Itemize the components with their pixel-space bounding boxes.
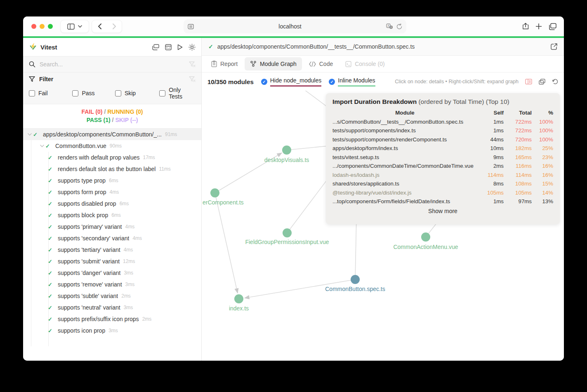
filter-option-skip[interactable]: Skip xyxy=(115,87,159,100)
test-case-row[interactable]: ✓renders with default prop values17ms xyxy=(23,152,201,163)
filter-option-pass[interactable]: Pass xyxy=(72,87,115,100)
test-case-row[interactable]: ✓supports 'primary' variant4ms xyxy=(23,221,201,232)
address-bar[interactable]: localhost Ax xyxy=(184,19,406,33)
test-duration: 3ms xyxy=(124,270,133,276)
graph-node[interactable] xyxy=(282,146,291,155)
browser-window: localhost Ax xyxy=(23,16,564,361)
test-case-row[interactable]: ✓supports 'secondary' variant4ms xyxy=(23,232,201,244)
share-icon[interactable] xyxy=(522,23,529,31)
test-case-row[interactable]: ✓supports form prop4ms xyxy=(23,186,201,198)
import-duration-row[interactable]: ...s/CommonButton/__tests__/CommonButton… xyxy=(332,117,553,127)
test-case-row[interactable]: ✓renders default slot as the button labe… xyxy=(23,163,201,175)
import-duration-row[interactable]: @testing-library/vue/dist/index.js105ms1… xyxy=(332,188,553,197)
import-duration-row[interactable]: ...top/components/Form/fields/FieldDate/… xyxy=(332,197,553,206)
reload-icon[interactable] xyxy=(396,23,402,30)
test-label: supports disabled prop xyxy=(58,200,116,207)
run-all-icon[interactable] xyxy=(177,44,183,50)
import-duration-row[interactable]: apps/desktop/form/index.ts10ms182ms25% xyxy=(332,144,553,153)
chevron-down-icon[interactable] xyxy=(39,145,45,147)
self-time: 44ms xyxy=(477,136,504,143)
import-duration-panel: Import Duration Breakdown (ordered by To… xyxy=(326,93,560,224)
graph-node[interactable] xyxy=(210,188,219,197)
test-case-row[interactable]: ✓supports prefix/suffix icon props2ms xyxy=(23,313,201,325)
clear-search-filter-icon[interactable] xyxy=(189,61,196,67)
new-tab-icon[interactable] xyxy=(535,23,542,30)
module-graph-canvas[interactable]: desktopVisuals.tserComponent.tsFieldGrou… xyxy=(202,91,564,361)
test-case-row[interactable]: ✓supports 'neutral' variant3ms xyxy=(23,302,201,313)
pass-check-icon: ✓ xyxy=(33,131,40,138)
tab-report[interactable]: Report xyxy=(206,57,243,70)
test-duration: 6ms xyxy=(109,178,118,183)
test-case-row[interactable]: ✓supports type prop6ms xyxy=(23,175,201,186)
import-duration-row[interactable]: shared/stores/application.ts8ms108ms15% xyxy=(332,179,553,188)
module-path: tests/support/components/renderComponent… xyxy=(332,136,477,143)
graph-node[interactable] xyxy=(351,275,360,284)
search-bar[interactable]: Search... xyxy=(23,56,201,73)
node-details-icon[interactable] xyxy=(525,79,532,85)
self-time: 9ms xyxy=(477,154,504,160)
collapse-windows-icon[interactable] xyxy=(152,44,159,50)
import-duration-row[interactable]: tests/support/components/renderComponent… xyxy=(332,135,553,144)
tab-console[interactable]: Console (0) xyxy=(340,57,390,70)
filter-option-only-tests[interactable]: Only Tests xyxy=(159,87,196,100)
browser-sidebar-toggle[interactable] xyxy=(60,20,89,33)
tab-overview-icon[interactable] xyxy=(549,23,556,30)
test-case-row[interactable]: ✓supports block prop6ms xyxy=(23,209,201,221)
page-format-icon[interactable] xyxy=(188,24,194,29)
graph-node-label: CommonActionMenu.vue xyxy=(393,244,458,250)
open-in-editor-icon[interactable] xyxy=(551,43,557,50)
percent: 100% xyxy=(532,119,553,125)
test-case-row[interactable]: ✓supports 'submit' variant12ms xyxy=(23,256,201,267)
test-label: renders default slot as the button label xyxy=(58,166,156,172)
test-file-row[interactable]: ✓apps/desktop/components/CommonButton/_.… xyxy=(23,129,201,140)
modules-count: 10/350 modules xyxy=(207,78,254,85)
sidebar-icon xyxy=(67,23,75,30)
tab-module-graph[interactable]: Module Graph xyxy=(245,57,302,70)
back-button[interactable] xyxy=(92,20,106,33)
import-duration-row[interactable]: .../components/CommonDateTime/CommonDate… xyxy=(332,162,553,171)
self-time: 105ms xyxy=(477,190,504,196)
graph-node[interactable] xyxy=(283,228,292,237)
module-graph-icon xyxy=(250,61,257,67)
tab-code[interactable]: Code xyxy=(304,57,338,70)
reset-graph-icon[interactable] xyxy=(552,78,558,85)
show-more-button[interactable]: Show more xyxy=(332,208,553,214)
search-input[interactable]: Search... xyxy=(40,61,185,68)
pass-check-icon: ✓ xyxy=(48,155,55,161)
hide-node-modules-toggle[interactable]: ✓ Hide node_modules xyxy=(261,77,322,87)
pass-checkbox[interactable] xyxy=(72,90,78,96)
test-case-row[interactable]: ✓supports 'tertiary' variant4ms xyxy=(23,244,201,256)
import-duration-row[interactable]: tests/support/components/index.ts1ms722m… xyxy=(332,126,553,135)
percent: 25% xyxy=(532,145,553,151)
test-case-row[interactable]: ✓supports 'remove' variant3ms xyxy=(23,279,201,290)
dashboard-icon[interactable] xyxy=(165,44,172,50)
only-tests-checkbox[interactable] xyxy=(159,90,165,96)
clear-filter-icon[interactable] xyxy=(189,76,196,82)
zoom-window-button[interactable] xyxy=(48,24,53,29)
expand-graph-icon[interactable] xyxy=(539,79,545,85)
inline-modules-toggle[interactable]: ✓ Inline Modules xyxy=(329,77,375,87)
module-path: @testing-library/vue/dist/index.js xyxy=(332,190,477,196)
test-case-row[interactable]: ✓supports 'danger' variant3ms xyxy=(23,267,201,279)
total-time: 720ms xyxy=(504,136,532,143)
close-window-button[interactable] xyxy=(31,24,36,29)
import-duration-row[interactable]: tests/vitest.setup.ts9ms165ms23% xyxy=(332,153,553,162)
test-case-row[interactable]: ✓supports 'subtle' variant2ms xyxy=(23,290,201,302)
theme-toggle-icon[interactable] xyxy=(189,44,196,51)
graph-node[interactable] xyxy=(421,232,430,242)
hide-node-modules-checkbox[interactable]: ✓ xyxy=(261,79,267,85)
percent: 16% xyxy=(532,172,553,178)
test-case-row[interactable]: ✓supports icon prop3ms xyxy=(23,325,201,336)
forward-button[interactable] xyxy=(107,20,121,33)
import-duration-row[interactable]: lodash-es/lodash.js114ms114ms16% xyxy=(332,171,553,180)
filter-option-fail[interactable]: Fail xyxy=(29,87,72,100)
skip-checkbox[interactable] xyxy=(115,90,121,96)
chevron-down-icon[interactable] xyxy=(26,133,33,136)
minimize-window-button[interactable] xyxy=(40,24,45,29)
inline-modules-checkbox[interactable]: ✓ xyxy=(329,79,335,85)
test-case-row[interactable]: ✓supports disabled prop6ms xyxy=(23,198,201,209)
translate-icon[interactable]: Ax xyxy=(386,23,393,29)
fail-checkbox[interactable] xyxy=(29,90,35,96)
graph-node[interactable] xyxy=(234,294,243,303)
test-suite-row[interactable]: ✓CommonButton.vue90ms xyxy=(23,140,201,152)
